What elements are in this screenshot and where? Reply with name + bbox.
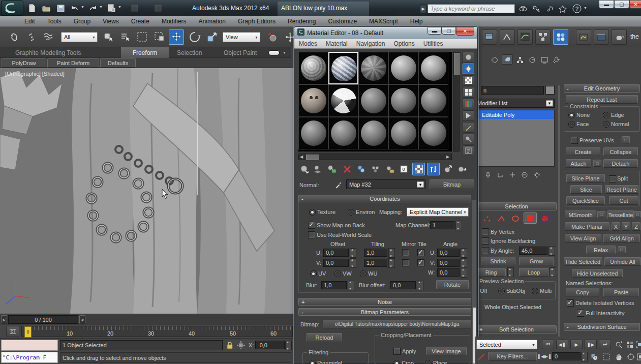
- menu-views[interactable]: Views: [103, 18, 119, 25]
- u-tile-checkbox[interactable]: [417, 249, 424, 256]
- material-slot-3[interactable]: [358, 52, 388, 84]
- menu-rendering[interactable]: Rendering: [288, 18, 316, 25]
- preview-subobj-radio[interactable]: [498, 288, 505, 294]
- paste-button[interactable]: Paste: [603, 288, 639, 296]
- quickslice-button[interactable]: QuickSlice: [566, 196, 605, 205]
- u-angle-spinner[interactable]: [461, 248, 467, 258]
- attach-settings-button[interactable]: □: [593, 160, 601, 167]
- pick-material-eyedropper-icon[interactable]: [333, 179, 344, 190]
- split-checkbox[interactable]: [609, 175, 616, 183]
- go-to-end-icon[interactable]: ⏭: [599, 340, 611, 349]
- go-to-parent-icon[interactable]: [442, 163, 454, 175]
- grow-button[interactable]: Grow: [519, 257, 554, 265]
- minimize-button[interactable]: ▬: [599, 0, 614, 9]
- bitmap-parameters-rollout-header[interactable]: - Bitmap Parameters: [298, 308, 471, 316]
- map-name-dropdown[interactable]: Map #32: [346, 179, 425, 189]
- vertex-subobject-icon[interactable]: [481, 214, 493, 224]
- map-channel-spinner[interactable]: [455, 221, 462, 230]
- ring-spinner[interactable]: [507, 267, 514, 277]
- v-offset-field[interactable]: 0,0: [323, 259, 349, 267]
- reference-coordinate-dropdown[interactable]: View: [223, 32, 260, 42]
- rotate-button[interactable]: Rotate: [436, 280, 469, 289]
- selection-rollout-header[interactable]: Selection: [476, 202, 557, 210]
- subtab-defaults[interactable]: Defaults: [100, 58, 136, 68]
- ignore-backfacing-checkbox[interactable]: [482, 237, 489, 245]
- apply-checkbox[interactable]: [393, 348, 401, 355]
- blur-offset-field[interactable]: 0,0: [390, 281, 416, 289]
- hierarchy-tab-icon[interactable]: [515, 55, 525, 65]
- object-name-field[interactable]: n: [481, 86, 544, 95]
- menu-tools[interactable]: Tools: [47, 18, 62, 25]
- remove-modifier-icon[interactable]: [520, 170, 529, 179]
- set-key-icon[interactable]: [476, 352, 486, 361]
- show-end-result-stack-icon[interactable]: [496, 170, 505, 179]
- zoom-extents-all-icon[interactable]: [636, 340, 641, 349]
- uv-radio[interactable]: [310, 270, 317, 277]
- view-image-button[interactable]: View Image: [426, 347, 467, 355]
- modify-tab-icon[interactable]: [502, 54, 513, 65]
- show-map-in-viewport-icon[interactable]: [412, 163, 425, 175]
- sample-type-icon[interactable]: [463, 52, 474, 63]
- hide-unselected-button[interactable]: Hide Unselected: [572, 269, 623, 278]
- material-slot-6[interactable]: [298, 84, 328, 117]
- communication-center-icon[interactable]: [544, 4, 555, 14]
- key-set-dropdown[interactable]: Selected: [476, 340, 537, 349]
- material-slot-13[interactable]: [358, 117, 388, 149]
- material-id-channel-icon[interactable]: 0: [398, 163, 410, 175]
- material-slot-8[interactable]: [358, 84, 388, 117]
- select-and-move-icon[interactable]: [169, 29, 184, 45]
- constraint-face-radio[interactable]: [568, 121, 575, 128]
- selection-filter-dropdown[interactable]: All: [61, 32, 98, 42]
- material-editor-minimize-button[interactable]: ▬: [428, 27, 442, 35]
- redo-icon[interactable]: [87, 3, 99, 13]
- maximize-viewport-icon[interactable]: [637, 352, 641, 361]
- pan-view-icon[interactable]: [614, 352, 624, 361]
- help-dropdown-icon[interactable]: ▼: [584, 6, 587, 10]
- preserve-uvs-checkbox[interactable]: [571, 137, 578, 144]
- texture-radio[interactable]: [309, 209, 316, 216]
- selection-lock-icon[interactable]: [225, 340, 235, 350]
- show-map-on-back-checkbox[interactable]: [308, 222, 315, 229]
- menu-edit[interactable]: Edit: [24, 18, 35, 25]
- edit-geometry-rollout-header[interactable]: - Edit Geometry: [564, 84, 640, 93]
- w-angle-spinner[interactable]: [461, 268, 467, 278]
- repeat-last-button[interactable]: Repeat Last: [566, 95, 638, 104]
- timeline-prev-button[interactable]: <: [1, 315, 7, 324]
- soft-selection-rollout-header[interactable]: + Soft Selection: [476, 325, 557, 333]
- make-preview-icon[interactable]: [463, 110, 474, 121]
- app-logo[interactable]: [1, 1, 23, 16]
- timeline-next-button[interactable]: >: [79, 315, 85, 324]
- viewport-label[interactable]: [Orthographic] [Shaded]: [5, 71, 65, 77]
- copy-button[interactable]: Copy: [566, 288, 599, 296]
- listener-box[interactable]: "C:\Program F: [1, 352, 58, 363]
- material-slot-4[interactable]: [388, 52, 418, 84]
- border-subobject-icon[interactable]: [509, 214, 522, 224]
- sample-uv-tiling-icon[interactable]: [463, 87, 474, 98]
- detach-button[interactable]: Detach: [603, 159, 638, 168]
- current-frame-field[interactable]: 0: [552, 352, 581, 360]
- v-tile-checkbox[interactable]: [417, 259, 424, 266]
- window-crossing-icon[interactable]: [152, 30, 167, 44]
- mapping-dropdown[interactable]: Explicit Map Channel: [407, 207, 469, 217]
- vw-radio[interactable]: [334, 270, 341, 277]
- render-setup-icon[interactable]: [576, 29, 591, 45]
- background-icon[interactable]: [463, 75, 474, 86]
- bind-to-space-warp-icon[interactable]: [42, 30, 56, 44]
- playhead[interactable]: 0: [24, 326, 32, 338]
- shrink-button[interactable]: Shrink: [481, 257, 515, 265]
- tessellate-settings-button[interactable]: □: [634, 211, 641, 218]
- tab-selection[interactable]: Selection: [177, 49, 202, 56]
- u-offset-field[interactable]: 0,0: [323, 249, 349, 257]
- go-forward-to-sibling-icon[interactable]: [456, 163, 468, 175]
- modifier-stack[interactable]: Editable Poly: [474, 110, 555, 167]
- menu-graph-editors[interactable]: Graph Editors: [238, 18, 276, 25]
- u-offset-spinner[interactable]: [350, 248, 356, 258]
- make-material-copy-icon[interactable]: [355, 163, 368, 175]
- graphite-toggle-icon[interactable]: [500, 29, 515, 45]
- mat-menu-utilities[interactable]: Utilities: [423, 40, 443, 47]
- curve-editor-icon[interactable]: [517, 29, 533, 45]
- select-by-name-icon[interactable]: [118, 30, 132, 44]
- by-angle-spinner[interactable]: [548, 246, 555, 256]
- material-slot-12[interactable]: [328, 117, 358, 149]
- put-material-to-scene-icon[interactable]: [312, 163, 324, 175]
